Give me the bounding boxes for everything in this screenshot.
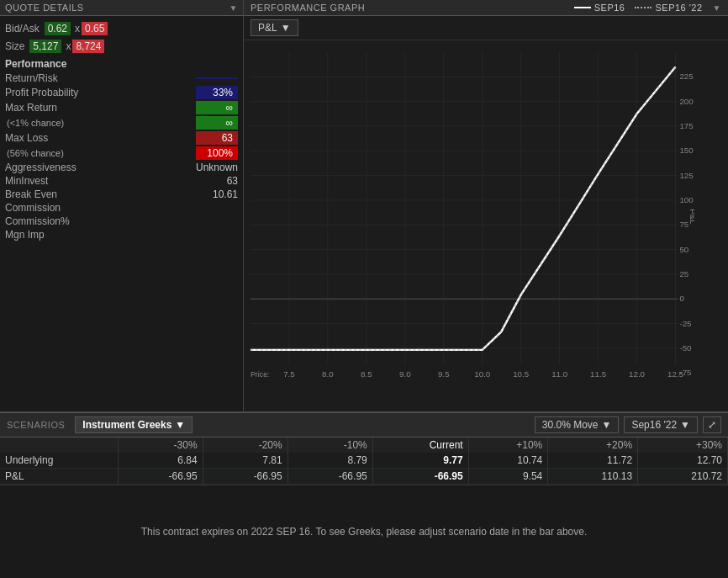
svg-text:Price:: Price: xyxy=(251,370,270,379)
scenarios-section: SCENARIOS Instrument Greeks ▼ 30.0% Move… xyxy=(0,412,728,578)
row-pl-label: P&L xyxy=(0,469,118,485)
performance-graph-header: PERFORMANCE GRAPH Sep16 Sep16 '22 ▼ xyxy=(244,0,728,16)
graph-legend: Sep16 Sep16 '22 ▼ xyxy=(574,3,721,13)
graph-area: 225 200 175 150 125 100 75 50 25 0 -25 -… xyxy=(244,40,728,411)
profit-prob-label: Profit Probability xyxy=(5,87,78,98)
col-header-current: Current xyxy=(372,437,468,453)
expand-button[interactable]: ⤢ xyxy=(703,416,721,433)
size-bid: 5,127 xyxy=(29,40,61,53)
svg-text:10.0: 10.0 xyxy=(474,369,491,379)
svg-text:100: 100 xyxy=(679,195,694,204)
legend-sep16-label: Sep16 xyxy=(594,3,625,13)
profit-prob-value: 33% xyxy=(196,86,238,99)
svg-text:225: 225 xyxy=(679,72,694,81)
scenarios-header-left: SCENARIOS Instrument Greeks ▼ xyxy=(7,416,193,433)
move-selector-label: 30.0% Move xyxy=(542,419,599,431)
break-even-label: Break Even xyxy=(5,188,57,200)
commission-pct-label: Commission% xyxy=(5,215,70,227)
row-underlying-minus20: 7.81 xyxy=(203,453,288,469)
pl-selector-button[interactable]: P&L ▼ xyxy=(251,19,298,36)
profit-prob-row: Profit Probability 33% xyxy=(5,85,238,100)
svg-text:12.0: 12.0 xyxy=(629,369,646,379)
row-underlying-plus10: 10.74 xyxy=(468,453,548,469)
bid-ask-label: Bid/Ask xyxy=(5,23,40,34)
svg-text:75: 75 xyxy=(679,220,688,229)
info-bar: This contract expires on 2022 SEP 16. To… xyxy=(0,485,728,578)
date-selector-arrow: ▼ xyxy=(680,419,690,431)
max-loss-row: Max Loss 63 xyxy=(5,130,238,146)
date-selector-label: Sep16 '22 xyxy=(631,419,677,431)
row-underlying-plus20: 11.72 xyxy=(548,453,638,469)
row-pl-minus30: -66.95 xyxy=(118,469,203,485)
quote-details-collapse-arrow[interactable]: ▼ xyxy=(229,3,238,13)
svg-text:7.5: 7.5 xyxy=(283,369,295,379)
svg-text:175: 175 xyxy=(679,121,694,130)
date-selector-button[interactable]: Sep16 '22 ▼ xyxy=(624,416,698,433)
commission-row: Commission xyxy=(5,201,238,215)
commission-label: Commission xyxy=(5,202,61,214)
mgn-imp-row: Mgn Imp xyxy=(5,228,238,241)
instrument-greeks-button[interactable]: Instrument Greeks ▼ xyxy=(75,416,193,433)
info-text: This contract expires on 2022 SEP 16. To… xyxy=(141,526,588,538)
max-loss-sub-value: 100% xyxy=(196,146,238,160)
col-header-plus10: +10% xyxy=(468,437,548,453)
move-selector-arrow: ▼ xyxy=(602,419,612,431)
ask-value: 0.65 xyxy=(82,22,108,35)
bid-ask-row: Bid/Ask 0.62 x 0.65 xyxy=(5,19,238,38)
max-loss-sublabel: (56% chance) xyxy=(5,148,64,158)
row-underlying-plus30: 12.70 xyxy=(638,453,728,469)
legend-sep16-22: Sep16 '22 xyxy=(635,3,702,13)
max-return-sub-row: (<1% chance) ∞ xyxy=(5,115,238,130)
table-row: P&L -66.95 -66.95 -66.95 -66.95 9.54 110… xyxy=(0,469,728,485)
max-return-label: Max Return xyxy=(5,102,57,114)
instrument-greeks-arrow: ▼ xyxy=(175,419,185,431)
col-header-plus30: +30% xyxy=(638,437,728,453)
row-pl-minus20: -66.95 xyxy=(203,469,288,485)
graph-panel-arrow[interactable]: ▼ xyxy=(713,3,721,13)
legend-dotted-line xyxy=(635,7,652,8)
scenarios-label: SCENARIOS xyxy=(7,420,65,430)
graph-subheader: P&L ▼ xyxy=(244,16,728,40)
legend-sep16-22-label: Sep16 '22 xyxy=(655,3,702,13)
quote-details-title: QUOTE DETAILS xyxy=(5,3,84,13)
move-selector-button[interactable]: 30.0% Move ▼ xyxy=(535,416,620,433)
size-separator: x xyxy=(66,40,71,52)
max-return-value: ∞ xyxy=(196,101,238,114)
bid-ask-separator: x xyxy=(75,23,80,34)
break-even-row: Break Even 10.61 xyxy=(5,188,238,201)
col-header-minus30: -30% xyxy=(118,437,203,453)
svg-text:12.5: 12.5 xyxy=(667,369,684,379)
size-row: Size 5,127 x 8,724 xyxy=(5,38,238,55)
row-pl-plus20: 110.13 xyxy=(548,469,638,485)
performance-chart: 225 200 175 150 125 100 75 50 25 0 -25 -… xyxy=(251,47,694,386)
max-return-row: Max Return ∞ xyxy=(5,100,238,115)
bid-value: 0.62 xyxy=(45,22,71,35)
row-underlying-minus10: 8.79 xyxy=(288,453,372,469)
min-invest-label: MinInvest xyxy=(5,175,48,187)
svg-text:9.5: 9.5 xyxy=(438,369,450,379)
return-risk-row: Return/Risk xyxy=(5,72,238,85)
col-header-plus20: +20% xyxy=(548,437,638,453)
aggressiveness-label: Aggressiveness xyxy=(5,162,76,173)
scenarios-table: -30% -20% -10% Current +10% +20% +30% Un… xyxy=(0,437,728,485)
row-underlying-current: 9.77 xyxy=(372,453,468,469)
svg-text:25: 25 xyxy=(679,269,688,278)
svg-text:8.5: 8.5 xyxy=(361,369,372,379)
legend-sep16: Sep16 xyxy=(574,3,625,13)
return-risk-value xyxy=(196,77,238,79)
table-row: Underlying 6.84 7.81 8.79 9.77 10.74 11.… xyxy=(0,453,728,469)
min-invest-row: MinInvest 63 xyxy=(5,174,238,188)
pl-selector-arrow: ▼ xyxy=(281,22,291,34)
max-return-sublabel: (<1% chance) xyxy=(5,118,64,128)
svg-text:11.0: 11.0 xyxy=(551,369,568,379)
scenarios-header-right: 30.0% Move ▼ Sep16 '22 ▼ ⤢ xyxy=(535,416,721,433)
row-underlying-label: Underlying xyxy=(0,453,118,469)
scenarios-table-header-row: -30% -20% -10% Current +10% +20% +30% xyxy=(0,437,728,453)
performance-section-label: Performance xyxy=(5,55,238,72)
svg-text:10.5: 10.5 xyxy=(513,369,530,379)
aggressiveness-value: Unknown xyxy=(196,162,238,173)
max-loss-sub-row: (56% chance) 100% xyxy=(5,146,238,161)
instrument-greeks-label: Instrument Greeks xyxy=(82,419,171,431)
col-header-label xyxy=(0,437,118,453)
performance-graph-title: PERFORMANCE GRAPH xyxy=(251,3,365,13)
